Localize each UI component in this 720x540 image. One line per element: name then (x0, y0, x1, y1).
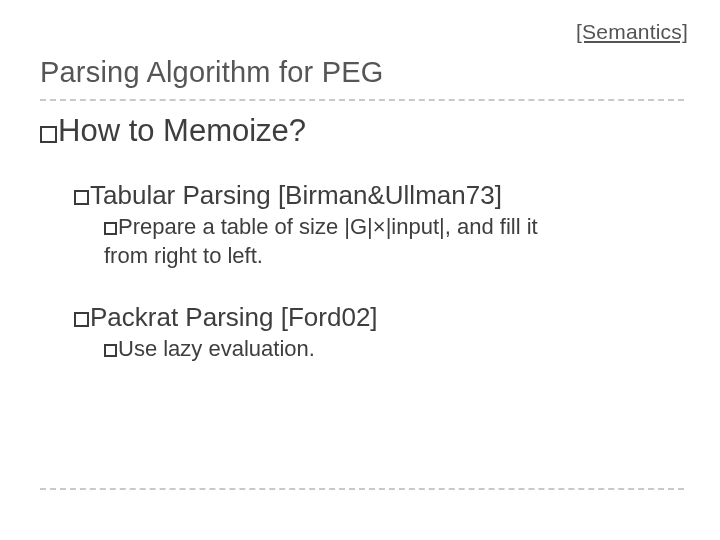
bullet-l2-packrat: Packrat Parsing [Ford02] (74, 301, 684, 334)
content-body: How to Memoize? Tabular Parsing [Birman&… (40, 112, 684, 363)
semantics-link[interactable]: [Semantics] (576, 20, 688, 44)
bullet-l3-prepare: Prepare a table of size |G|×|input|, and… (104, 212, 684, 242)
bullet-l1: How to Memoize? (40, 112, 684, 149)
title-block: Parsing Algorithm for PEG (40, 56, 684, 109)
checkbox-icon (104, 222, 117, 235)
checkbox-icon (74, 312, 89, 327)
checkbox-icon (104, 344, 117, 357)
bullet-l2-tabular: Tabular Parsing [Birman&Ullman73] (74, 179, 684, 212)
l3a-text: Prepare a table of size |G|×|input|, and… (118, 214, 538, 239)
checkbox-icon (40, 126, 57, 143)
checkbox-icon (74, 190, 89, 205)
bullet-l3-use: Use lazy evaluation. (104, 334, 684, 364)
title-divider (40, 99, 684, 101)
footer-divider (40, 488, 684, 490)
l2a-text: Tabular Parsing [Birman&Ullman73] (90, 180, 502, 210)
l2b-text: Packrat Parsing [Ford02] (90, 302, 378, 332)
l3a-continuation: from right to left. (104, 241, 684, 271)
slide-title: Parsing Algorithm for PEG (40, 56, 684, 89)
l3b-text: Use lazy evaluation. (118, 336, 315, 361)
l1-text: How to Memoize? (58, 113, 306, 148)
slide: [Semantics] Parsing Algorithm for PEG Ho… (0, 0, 720, 540)
